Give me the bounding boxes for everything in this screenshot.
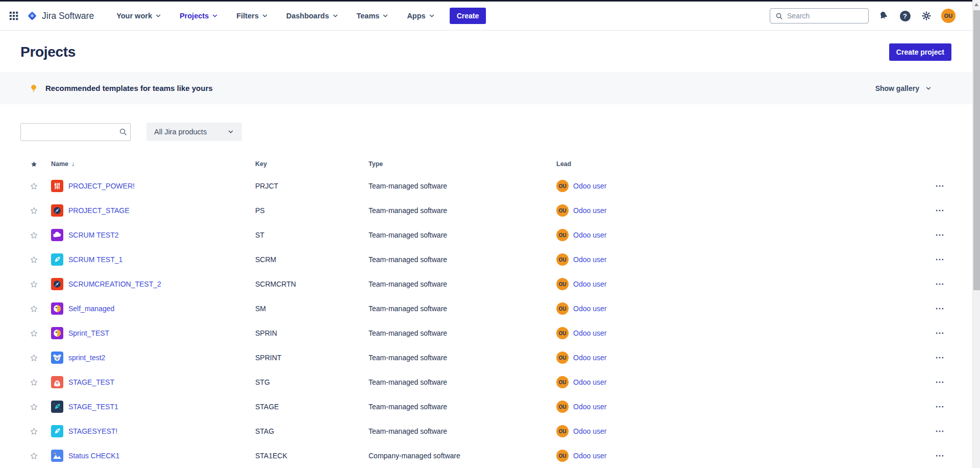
key-column-header[interactable]: Key: [255, 160, 369, 168]
project-type: Team-managed software: [369, 305, 556, 313]
navbar-right: ? OU: [770, 8, 965, 24]
nav-teams[interactable]: Teams: [357, 12, 389, 20]
project-name-link[interactable]: Sprint_TEST: [68, 329, 109, 337]
row-more-button[interactable]: [922, 328, 958, 338]
scrollbar-thumb[interactable]: [973, 10, 980, 290]
app-switcher-icon[interactable]: [8, 10, 19, 21]
project-name-link[interactable]: Status CHECK1: [68, 452, 119, 460]
lead-name-link[interactable]: Odoo user: [573, 206, 606, 215]
project-name-link[interactable]: SCRUM TEST_1: [68, 255, 122, 264]
project-name-link[interactable]: STAGE_TEST1: [68, 403, 118, 411]
project-name-link[interactable]: PROJECT_STAGE: [68, 206, 130, 215]
table-row: Self_managed SM Team-managed software OU…: [22, 296, 958, 321]
nav-dashboards[interactable]: Dashboards: [286, 12, 339, 20]
lead-avatar: OU: [556, 180, 569, 192]
rocket-icon: [52, 426, 63, 437]
star-icon: [30, 160, 38, 168]
name-column-header[interactable]: Name↓: [45, 160, 255, 168]
star-toggle[interactable]: [22, 280, 45, 289]
row-more-button[interactable]: [922, 402, 958, 412]
settings-button[interactable]: [920, 9, 933, 22]
products-filter-dropdown[interactable]: All Jira products: [146, 123, 242, 141]
type-column-header[interactable]: Type: [369, 160, 556, 168]
lead-name-link[interactable]: Odoo user: [573, 427, 606, 435]
jira-logo[interactable]: Jira Software: [27, 10, 94, 21]
row-more-button[interactable]: [922, 377, 958, 387]
star-toggle[interactable]: [22, 255, 45, 264]
user-avatar[interactable]: OU: [941, 9, 955, 23]
lead-name-link[interactable]: Odoo user: [573, 255, 606, 264]
lead-name-link[interactable]: Odoo user: [573, 280, 606, 288]
star-toggle[interactable]: [22, 427, 45, 436]
nav-projects[interactable]: Projects: [180, 12, 218, 20]
project-type: Team-managed software: [369, 354, 556, 362]
nav-filters[interactable]: Filters: [236, 12, 268, 20]
vertical-scrollbar[interactable]: [972, 0, 980, 468]
row-more-button[interactable]: [922, 230, 958, 240]
project-name-link[interactable]: STAGE_TEST: [68, 378, 114, 386]
nav-apps[interactable]: Apps: [407, 12, 435, 20]
rocket-icon: [52, 254, 63, 265]
lead-name-link[interactable]: Odoo user: [573, 305, 606, 313]
lead-name-link[interactable]: Odoo user: [573, 378, 606, 386]
cloud-icon: [52, 229, 63, 241]
brand-name: Jira Software: [42, 11, 94, 21]
create-button[interactable]: Create: [450, 8, 486, 24]
filter-search-input[interactable]: [27, 128, 119, 136]
project-filter-search[interactable]: [20, 123, 131, 141]
project-name-link[interactable]: sprint_test2: [68, 354, 105, 362]
ellipsis-icon: [935, 205, 945, 216]
show-gallery-button[interactable]: Show gallery: [875, 84, 932, 92]
row-more-button[interactable]: [922, 426, 958, 436]
products-filter-label: All Jira products: [154, 128, 207, 136]
star-column-header[interactable]: [22, 160, 45, 168]
project-name-link[interactable]: Self_managed: [68, 305, 114, 313]
row-more-button[interactable]: [922, 279, 958, 289]
lead-name-link[interactable]: Odoo user: [573, 231, 606, 239]
project-name-link[interactable]: SCRUM TEST2: [68, 231, 119, 239]
search-input[interactable]: [787, 12, 863, 20]
star-toggle[interactable]: [22, 182, 45, 191]
row-more-button[interactable]: [922, 451, 958, 461]
project-key: STAGE: [255, 403, 369, 411]
row-more-button[interactable]: [922, 254, 958, 265]
row-more-button[interactable]: [922, 181, 958, 191]
lead-name-link[interactable]: Odoo user: [573, 403, 606, 411]
notifications-button[interactable]: [877, 9, 890, 22]
project-name-link[interactable]: PROJECT_POWER!: [68, 182, 135, 190]
help-button[interactable]: ?: [898, 9, 912, 22]
lead-column-header[interactable]: Lead: [556, 160, 922, 168]
row-more-button[interactable]: [922, 205, 958, 216]
lightbulb-icon: [29, 84, 38, 93]
global-search[interactable]: [770, 8, 869, 24]
star-toggle[interactable]: [22, 452, 45, 460]
star-toggle[interactable]: [22, 329, 45, 338]
project-type: Team-managed software: [369, 378, 556, 386]
create-project-button[interactable]: Create project: [889, 43, 951, 61]
nav-your-work[interactable]: Your work: [116, 12, 162, 20]
lead-name-link[interactable]: Odoo user: [573, 452, 606, 460]
star-toggle[interactable]: [22, 206, 45, 215]
project-name-link[interactable]: SCRUMCREATION_TEST_2: [68, 280, 161, 288]
lead-name-link[interactable]: Odoo user: [573, 354, 606, 362]
lead-avatar: OU: [556, 278, 569, 290]
star-toggle[interactable]: [22, 403, 45, 411]
project-name-link[interactable]: STAGESYEST!: [68, 427, 117, 435]
lead-name-link[interactable]: Odoo user: [573, 182, 606, 190]
row-more-button[interactable]: [922, 303, 958, 314]
project-avatar: [51, 450, 63, 462]
chevron-down-icon: [155, 12, 162, 19]
star-toggle[interactable]: [22, 378, 45, 387]
row-more-button[interactable]: [922, 353, 958, 363]
star-toggle[interactable]: [22, 305, 45, 313]
lead-name-link[interactable]: Odoo user: [573, 329, 606, 337]
scrollbar-up-arrow[interactable]: [974, 3, 978, 6]
project-avatar: [51, 229, 63, 241]
bell-icon: [878, 10, 889, 21]
star-toggle[interactable]: [22, 354, 45, 362]
project-avatar: [51, 204, 63, 217]
chevron-down-icon: [428, 12, 435, 19]
star-outline-icon: [30, 280, 38, 289]
lead-avatar: OU: [556, 352, 569, 364]
star-toggle[interactable]: [22, 231, 45, 240]
